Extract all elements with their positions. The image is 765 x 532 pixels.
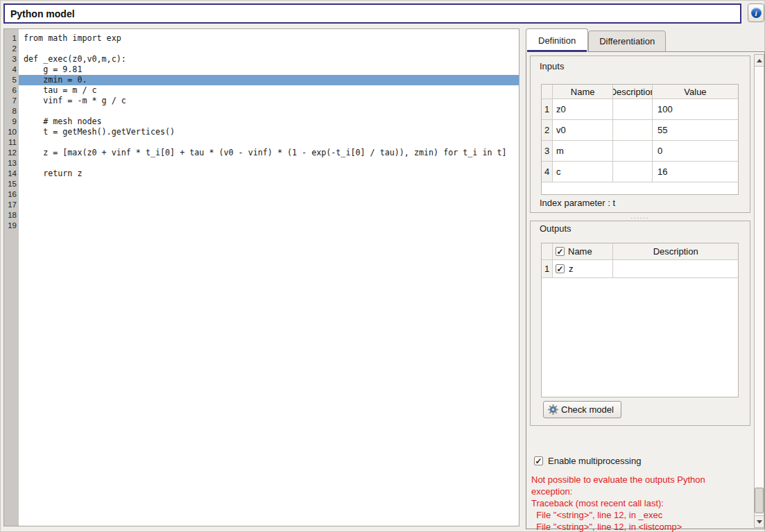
check-model-button[interactable]: Check model	[543, 401, 621, 418]
line-number: 15	[4, 179, 19, 189]
outputs-table-header: ✓NameDescription	[542, 243, 738, 260]
input-value-cell[interactable]: 55	[653, 120, 738, 141]
header-num-cell	[542, 85, 553, 99]
panel-scrollbar[interactable]	[754, 54, 764, 528]
line-number: 18	[4, 210, 19, 221]
scroll-up-button[interactable]	[755, 55, 764, 67]
right-panel: Definition Differentiation Inputs NameDe…	[526, 28, 765, 529]
code-line[interactable]: vinf = -m * g / c	[19, 96, 519, 106]
inputs-header-name: Name	[553, 85, 613, 99]
outputs-title: Outputs	[540, 223, 571, 234]
code-line[interactable]	[19, 221, 519, 231]
output-description-cell[interactable]	[613, 260, 738, 278]
outputs-header-description: Description	[613, 243, 738, 260]
code-line[interactable]	[19, 200, 519, 210]
input-name-cell[interactable]: m	[553, 141, 613, 162]
code-line[interactable]	[19, 179, 519, 189]
inputs-group: Inputs NameDescriptionValue1z01002v0553m…	[530, 55, 750, 213]
tab-differentiation[interactable]: Differentiation	[588, 31, 666, 52]
code-line[interactable]: def _exec(z0,v0,m,c):	[19, 54, 519, 65]
line-number: 1	[4, 33, 19, 44]
info-button[interactable]: i	[748, 3, 764, 22]
arrow-down-icon	[757, 520, 762, 524]
line-number: 17	[4, 200, 19, 210]
line-number: 11	[4, 137, 19, 148]
tab-differentiation-label: Differentiation	[599, 36, 655, 46]
gear-icon	[548, 404, 558, 415]
output-enabled-checkbox[interactable]: ✓	[556, 264, 565, 273]
code-line[interactable]	[19, 210, 519, 221]
row-number-cell: 3	[542, 141, 553, 162]
outputs-header-name: ✓Name	[553, 243, 613, 260]
highlighted-code-line[interactable]: zmin = 0.	[19, 75, 519, 85]
error-line: exception:	[531, 486, 750, 497]
code-line[interactable]: z = [max(z0 + vinf * t_i[0] + tau * (v0 …	[19, 148, 519, 158]
input-name-cell[interactable]: z0	[553, 99, 613, 120]
input-description-cell[interactable]	[613, 120, 653, 141]
input-value-cell[interactable]: 100	[653, 99, 738, 120]
input-description-cell[interactable]	[613, 141, 653, 162]
error-line: File "<string>", line 12, in _exec	[531, 509, 750, 521]
error-line: File "<string>", line 12, in <listcomp>	[531, 521, 750, 532]
header-num-cell	[542, 243, 553, 260]
tab-definition[interactable]: Definition	[526, 28, 588, 52]
scrollbar-thumb[interactable]	[755, 488, 764, 513]
outputs-table[interactable]: ✓NameDescription1✓z	[541, 243, 739, 397]
input-name-cell[interactable]: v0	[553, 120, 613, 141]
code-line[interactable]	[19, 189, 519, 200]
input-description-cell[interactable]	[613, 99, 653, 120]
outputs-group: Outputs ✓NameDescription1✓z	[530, 221, 750, 426]
code-line[interactable]: g = 9.81	[19, 65, 519, 75]
inputs-table-header: NameDescriptionValue	[542, 85, 738, 99]
line-number: 6	[4, 85, 19, 96]
line-number: 16	[4, 189, 19, 200]
code-line[interactable]	[19, 158, 519, 169]
title-bar: Python model	[3, 3, 741, 24]
outputs-table-filler	[542, 278, 738, 397]
code-line[interactable]	[19, 106, 519, 117]
output-name-cell[interactable]: ✓z	[553, 260, 613, 278]
line-number: 12	[4, 148, 19, 158]
tab-definition-label: Definition	[538, 35, 576, 46]
code-line[interactable]	[19, 44, 519, 54]
line-number: 5	[4, 75, 19, 85]
input-value-cell[interactable]: 0	[653, 141, 738, 162]
error-line: Not possible to evaluate the outputs Pyt…	[531, 474, 750, 486]
line-number: 8	[4, 106, 19, 117]
tab-bar: Definition Differentiation	[526, 28, 666, 52]
line-number: 2	[4, 44, 19, 54]
multiprocessing-row: ✓ Enable multiprocessing	[534, 456, 641, 466]
error-line: Traceback (most recent call last):	[531, 497, 750, 509]
row-number-cell: 1	[542, 260, 553, 278]
code-line[interactable]: from math import exp	[19, 33, 519, 44]
scroll-down-button[interactable]	[755, 515, 764, 527]
inputs-title: Inputs	[540, 61, 564, 71]
outputs-select-all-checkbox[interactable]: ✓	[556, 247, 565, 256]
input-description-cell[interactable]	[613, 162, 653, 182]
code-line[interactable]: t = getMesh().getVertices()	[19, 127, 519, 137]
inputs-table-row: 2v055	[542, 120, 738, 141]
inputs-table[interactable]: NameDescriptionValue1z01002v0553m04c16	[541, 84, 739, 195]
line-number: 13	[4, 158, 19, 169]
code-line[interactable]	[19, 137, 519, 148]
python-model-window: Python model i 1234567891011121314151617…	[0, 0, 765, 532]
line-number-gutter: 12345678910111213141516171819	[4, 29, 19, 526]
output-name-label: z	[569, 264, 574, 274]
inputs-table-row: 4c16	[542, 162, 738, 182]
active-tab-underline	[527, 50, 587, 52]
inputs-table-row: 3m0	[542, 141, 738, 162]
row-number-cell: 2	[542, 120, 553, 141]
input-name-cell[interactable]: c	[553, 162, 613, 182]
input-value-cell[interactable]: 16	[653, 162, 738, 182]
code-line[interactable]: tau = m / c	[19, 85, 519, 96]
inputs-table-filler	[542, 182, 738, 194]
splitter-handle[interactable]: ......	[526, 214, 754, 220]
code-editor[interactable]: 12345678910111213141516171819 from math …	[3, 28, 519, 526]
code-line[interactable]: # mesh nodes	[19, 117, 519, 127]
code-area[interactable]: from math import expdef _exec(z0,v0,m,c)…	[19, 29, 519, 526]
index-parameter-label: Index parameter : t	[540, 198, 615, 208]
inputs-table-row: 1z0100	[542, 99, 738, 120]
definition-tab-pane: Inputs NameDescriptionValue1z01002v0553m…	[526, 51, 765, 529]
code-line[interactable]: return z	[19, 169, 519, 179]
multiprocessing-checkbox[interactable]: ✓	[534, 456, 543, 465]
